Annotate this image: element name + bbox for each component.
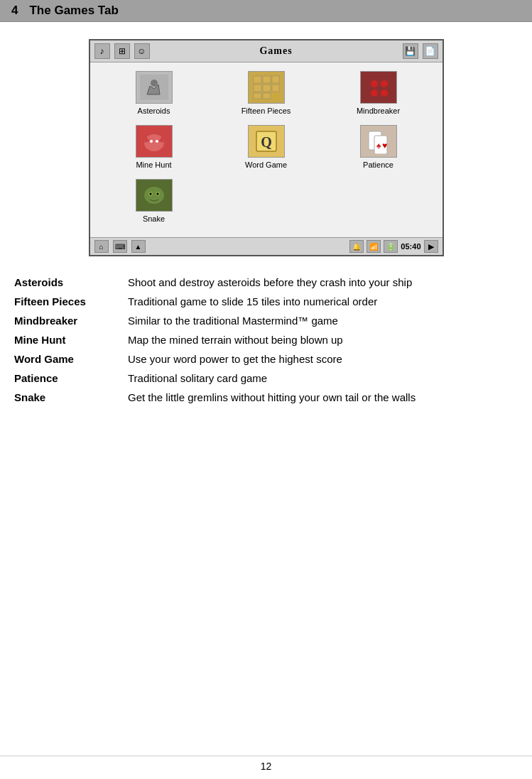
page-title: The Games Tab [29, 4, 118, 18]
game-item-mindbreaker[interactable]: Mindbreaker [326, 71, 431, 115]
def-patience: Traditional solitary card game [128, 372, 518, 384]
statusbar-right: 🔔 📶 🔋 05:40 ▶ [349, 240, 438, 253]
svg-point-36 [156, 193, 158, 195]
svg-rect-8 [263, 85, 271, 92]
desc-row-minehunt: Mine Hunt Map the mined terrain without … [14, 334, 518, 346]
svg-rect-5 [263, 76, 271, 83]
signal-icon: 📶 [367, 240, 381, 253]
svg-rect-11 [263, 93, 271, 99]
asteroids-icon [136, 71, 173, 104]
svg-text:♥: ♥ [382, 141, 387, 151]
alarm-icon: 🔔 [349, 240, 364, 253]
game-item-minehunt[interactable]: Mine Hunt [102, 125, 207, 169]
page-number: 12 [261, 761, 272, 772]
def-mindbreaker: Similar to the traditional Mastermind™ g… [128, 315, 518, 327]
device-frame: ♪ ⊞ ☺ Games 💾 📄 [89, 39, 444, 256]
term-wordgame: Word Game [14, 353, 128, 365]
page-header: 4 The Games Tab [0, 0, 532, 22]
smiley-icon[interactable]: ☺ [134, 43, 150, 59]
play-icon[interactable]: ▶ [424, 240, 438, 253]
wordgame-label: Word Game [245, 160, 287, 169]
term-mindbreaker: Mindbreaker [14, 315, 128, 327]
patience-icon: ♠ ♥ [360, 125, 397, 158]
device-title: Games [154, 45, 398, 57]
battery-icon: 🔋 [384, 240, 398, 253]
save-icon[interactable]: 💾 [403, 43, 418, 59]
term-asteroids: Asteroids [14, 276, 128, 288]
wordgame-icon: Q [248, 125, 285, 158]
music-icon[interactable]: ♪ [94, 43, 110, 59]
svg-rect-12 [364, 75, 393, 100]
term-minehunt: Mine Hunt [14, 334, 128, 346]
device-statusbar: ⌂ ⌨ ▲ 🔔 📶 🔋 05:40 ▶ [90, 237, 443, 255]
svg-text:Q: Q [261, 134, 272, 150]
game-item-asteroids[interactable]: Asteroids [102, 71, 207, 115]
svg-text:♠: ♠ [376, 141, 381, 151]
svg-rect-6 [272, 76, 279, 83]
def-asteroids: Shoot and destroy asteroids before they … [128, 276, 518, 288]
term-snake: Snake [14, 391, 128, 403]
desc-row-snake: Snake Get the little gremlins without hi… [14, 391, 518, 403]
svg-rect-4 [254, 76, 261, 83]
grid-icon[interactable]: ⊞ [114, 43, 130, 59]
time-display: 05:40 [401, 242, 420, 251]
term-patience: Patience [14, 372, 128, 384]
svg-point-15 [371, 89, 378, 97]
svg-rect-10 [254, 93, 261, 99]
desc-row-asteroids: Asteroids Shoot and destroy asteroids be… [14, 276, 518, 288]
mindbreaker-icon [360, 71, 397, 104]
desc-row-wordgame: Word Game Use your word power to get the… [14, 353, 518, 365]
fifteen-icon [248, 71, 285, 104]
desc-row-patience: Patience Traditional solitary card game [14, 372, 518, 384]
svg-point-18 [144, 134, 164, 151]
svg-point-21 [150, 140, 153, 143]
device-toolbar: ♪ ⊞ ☺ Games 💾 📄 [90, 40, 443, 62]
desc-row-fifteen: Fifteen Pieces Traditional game to slide… [14, 295, 518, 307]
screenshot-container: ♪ ⊞ ☺ Games 💾 📄 [14, 39, 518, 256]
patience-label: Patience [363, 160, 393, 169]
def-wordgame: Use your word power to get the highest s… [128, 353, 518, 365]
svg-point-2 [151, 80, 158, 87]
game-item-patience[interactable]: ♠ ♥ Patience [326, 125, 431, 169]
svg-rect-0 [140, 75, 168, 100]
def-minehunt: Map the mined terrain without being blow… [128, 334, 518, 346]
snake-label: Snake [143, 214, 165, 223]
up-icon[interactable]: ▲ [131, 240, 146, 253]
descriptions-list: Asteroids Shoot and destroy asteroids be… [14, 276, 518, 403]
svg-point-22 [156, 140, 158, 143]
minehunt-icon [136, 125, 173, 158]
games-grid: Asteroids [102, 71, 431, 223]
svg-rect-7 [254, 85, 261, 92]
game-item-wordgame[interactable]: Q Word Game [214, 125, 319, 169]
desc-row-mindbreaker: Mindbreaker Similar to the traditional M… [14, 315, 518, 327]
page-footer: 12 [0, 756, 532, 772]
svg-point-35 [149, 193, 151, 195]
games-area: Asteroids [90, 62, 443, 237]
minehunt-label: Mine Hunt [136, 160, 171, 169]
game-item-snake[interactable]: Snake [102, 179, 207, 223]
svg-rect-9 [272, 85, 279, 92]
svg-point-16 [381, 89, 388, 97]
doc-icon[interactable]: 📄 [423, 43, 438, 59]
def-snake: Get the little gremlins without hitting … [128, 391, 518, 403]
svg-point-13 [371, 80, 378, 87]
game-item-fifteen[interactable]: Fifteen Pieces [214, 71, 319, 115]
home-icon[interactable]: ⌂ [94, 240, 109, 253]
def-fifteen: Traditional game to slide 15 tiles into … [128, 295, 518, 307]
mindbreaker-label: Mindbreaker [357, 107, 400, 115]
term-fifteen: Fifteen Pieces [14, 295, 128, 307]
chapter-number: 4 [11, 4, 18, 18]
fifteen-label: Fifteen Pieces [241, 107, 291, 115]
snake-icon [136, 179, 173, 212]
statusbar-left: ⌂ ⌨ ▲ [94, 240, 146, 253]
svg-point-14 [381, 80, 388, 87]
keyboard-icon[interactable]: ⌨ [113, 240, 127, 253]
page-content: ♪ ⊞ ☺ Games 💾 📄 [0, 22, 532, 439]
asteroids-label: Asteroids [138, 107, 170, 115]
